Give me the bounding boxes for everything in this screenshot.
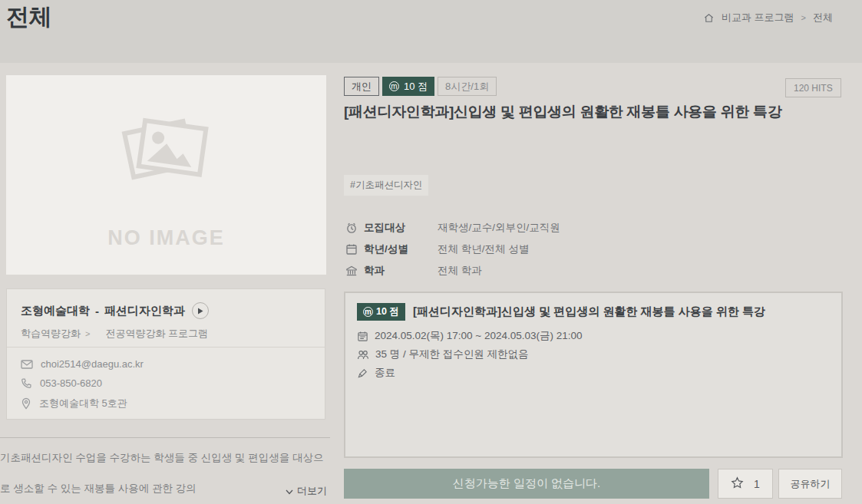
program-title: [패션디자인학과]신입생 및 편입생의 원활한 재봉틀 사용을 위한 특강 — [344, 102, 835, 122]
organizer-title: 조형예술대학 - 패션디자인학과 — [21, 302, 311, 319]
university-icon — [345, 265, 358, 277]
calendar-icon — [357, 331, 368, 342]
breadcrumb-item-program[interactable]: 비교과 프로그램 — [722, 11, 794, 25]
alarm-clock-icon — [345, 222, 358, 234]
page-title: 전체 — [6, 2, 51, 33]
mail-icon — [21, 359, 33, 370]
more-button-label: 더보기 — [297, 484, 327, 498]
contact-phone: 053-850-6820 — [40, 377, 102, 389]
info-value: 전체 학과 — [438, 264, 482, 278]
hashtag-chip[interactable]: #기초패션디자인 — [344, 175, 428, 196]
pen-icon — [357, 367, 368, 379]
schedule-capacity: 35 명 / 무제한 접수인원 제한없음 — [375, 348, 529, 361]
badge-row: 개인 m 10 점 8시간/1회 — [344, 77, 500, 96]
contact-location: 조형예술대학 5호관 — [39, 397, 127, 410]
category-child[interactable]: 전공역량강화 프로그램 — [105, 327, 208, 341]
hashtag-list: #기초패션디자인 — [344, 175, 428, 196]
contact-email: choi2514@daegu.ac.kr — [41, 358, 144, 370]
star-icon — [731, 476, 744, 492]
info-value: 재학생/교수/외부인/교직원 — [438, 221, 560, 235]
schedule-capacity-row: 35 명 / 무제한 접수인원 제한없음 — [357, 348, 830, 361]
phone-icon — [21, 377, 32, 389]
info-value: 전체 학년/전체 성별 — [438, 242, 529, 256]
program-thumbnail-placeholder: NO IMAGE — [6, 75, 326, 275]
contact-location-row: 조형예술대학 5호관 — [21, 397, 311, 410]
play-button[interactable] — [192, 302, 209, 319]
badge-individual: 개인 — [344, 77, 379, 96]
contact-phone-row: 053-850-6820 — [21, 377, 311, 389]
schedule-points-label: 10 점 — [376, 305, 399, 318]
mileage-icon: m — [363, 307, 373, 317]
program-detail-page: 전체 비교과 프로그램 > 전체 NO IMAGE — [0, 0, 862, 504]
badge-points: m 10 점 — [382, 77, 434, 96]
favorite-button[interactable]: 1 — [718, 469, 773, 499]
category-separator: > — [85, 329, 90, 338]
category-parent[interactable]: 학습역량강화 — [21, 327, 81, 341]
page-header: 전체 비교과 프로그램 > 전체 — [0, 0, 862, 63]
organizer-info: 조형예술대학 - 패션디자인학과 학습역량강화 > 전공역량강화 프로그램 — [7, 289, 325, 347]
college-department-dash: - — [95, 305, 99, 318]
hits-badge: 120 HITS — [785, 78, 841, 97]
breadcrumb-item-current[interactable]: 전체 — [813, 11, 833, 25]
schedule-card: m 10 점 [패션디자인학과]신입생 및 편입생의 원활한 재봉틀 사용을 위… — [344, 292, 843, 458]
chevron-down-icon — [286, 486, 293, 497]
breadcrumb-separator: > — [801, 13, 806, 22]
info-row-grade-gender: 학년/성별 전체 학년/전체 성별 — [345, 243, 560, 255]
no-image-label: NO IMAGE — [6, 226, 326, 250]
contact-section: choi2514@daegu.ac.kr 053-850-6820 조형예술대학… — [7, 347, 325, 410]
more-button[interactable]: 더보기 — [286, 484, 327, 498]
info-row-target: 모집대상 재학생/교수/외부인/교직원 — [345, 222, 560, 234]
schedule-points-badge: m 10 점 — [357, 303, 405, 321]
program-info-list: 모집대상 재학생/교수/외부인/교직원 학년/성별 전체 학년/전체 성별 학과… — [345, 222, 560, 286]
mileage-icon: m — [389, 81, 399, 91]
badge-points-label: 10 점 — [404, 80, 428, 94]
program-description: 기초패션디자인 수업을 수강하는 학생들 중 신입생 및 편입생을 대상으로 생… — [0, 443, 330, 504]
info-label: 모집대상 — [364, 221, 424, 235]
college-name: 조형예술대학 — [21, 304, 90, 318]
apply-button[interactable]: 신청가능한 일정이 없습니다. — [344, 469, 709, 499]
badge-duration: 8시간/1회 — [438, 77, 497, 96]
breadcrumb: 비교과 프로그램 > 전체 — [703, 11, 833, 25]
program-description-section: 기초패션디자인 수업을 수강하는 학생들 중 신입생 및 편입생을 대상으로 생… — [0, 437, 330, 504]
schedule-header: m 10 점 [패션디자인학과]신입생 및 편입생의 원활한 재봉틀 사용을 위… — [357, 303, 830, 321]
department-name: 패션디자인학과 — [104, 304, 185, 318]
calendar-icon — [345, 243, 358, 255]
program-category: 학습역량강화 > 전공역량강화 프로그램 — [21, 327, 311, 341]
info-label: 학년/성별 — [364, 242, 424, 256]
people-icon — [357, 349, 369, 361]
info-label: 학과 — [364, 264, 424, 278]
location-pin-icon — [21, 397, 31, 410]
share-button[interactable]: 공유하기 — [778, 469, 842, 499]
schedule-status: 종료 — [375, 366, 395, 380]
favorite-count: 1 — [754, 478, 760, 490]
organizer-card: 조형예술대학 - 패션디자인학과 학습역량강화 > 전공역량강화 프로그램 ch… — [6, 288, 325, 420]
info-row-department: 학과 전체 학과 — [345, 265, 560, 277]
contact-email-row: choi2514@daegu.ac.kr — [21, 358, 311, 370]
schedule-status-row: 종료 — [357, 366, 830, 380]
schedule-title: [패션디자인학과]신입생 및 편입생의 원활한 재봉틀 사용을 위한 특강 — [413, 305, 765, 319]
home-icon[interactable] — [703, 12, 715, 24]
schedule-period: 2024.05.02(목) 17:00 ~ 2024.05.03(금) 21:0… — [375, 329, 583, 343]
schedule-period-row: 2024.05.02(목) 17:00 ~ 2024.05.03(금) 21:0… — [357, 329, 830, 343]
